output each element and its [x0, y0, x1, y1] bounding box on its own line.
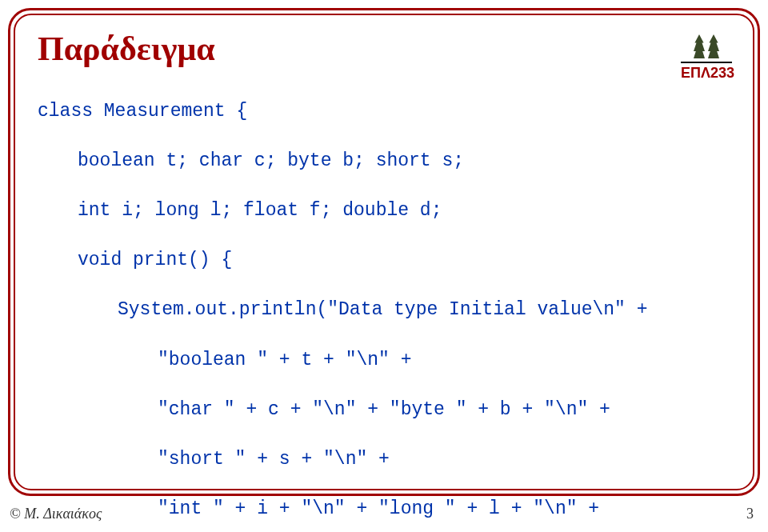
code-line: void print() {	[38, 248, 730, 273]
slide-outer-border: ΕΠΛ233 Παράδειγμα class Measurement { bo…	[8, 8, 760, 496]
code-line: "char " + c + "\n" + "byte " + b + "\n" …	[38, 398, 730, 422]
code-line: "boolean " + t + "\n" +	[38, 348, 730, 373]
code-line: "short " + s + "\n" +	[38, 447, 730, 472]
code-line: boolean t; char c; byte b; short s;	[38, 149, 730, 174]
code-block: class Measurement { boolean t; char c; b…	[38, 74, 730, 532]
course-code: ΕΠΛ233	[681, 65, 732, 82]
footer-page-number: 3	[746, 506, 754, 522]
slide-title: Παράδειγμα	[38, 30, 730, 68]
footer-author: © M. Δικαιάκος	[10, 506, 102, 522]
slide-inner-border: ΕΠΛ233 Παράδειγμα class Measurement { bo…	[14, 14, 754, 490]
code-line: class Measurement {	[38, 99, 730, 124]
code-line: int i; long l; float f; double d;	[38, 198, 730, 223]
code-line: System.out.println("Data type Initial va…	[38, 298, 730, 322]
tree-icon	[685, 31, 728, 60]
slide-footer: © M. Δικαιάκος 3	[10, 506, 754, 522]
university-logo: ΕΠΛ233	[681, 31, 732, 82]
